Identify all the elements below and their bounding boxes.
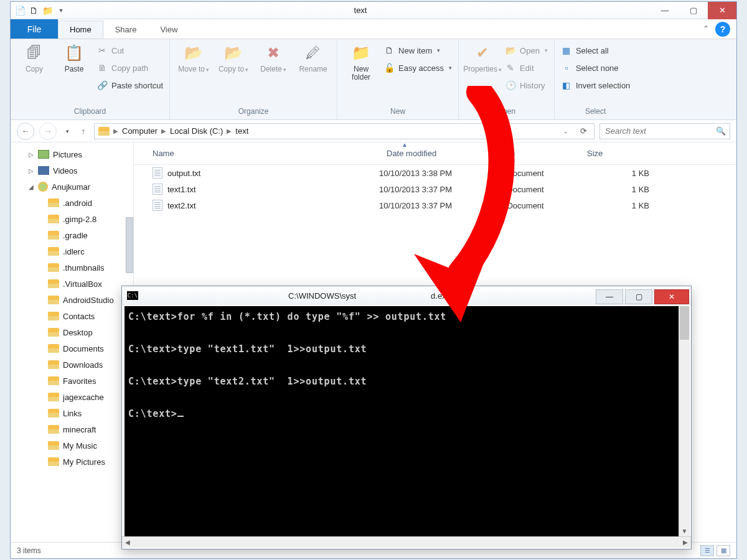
view-icons-button[interactable]: ▦ (716, 545, 730, 556)
scroll-down-icon[interactable]: ▼ (679, 525, 690, 536)
nav-forward-button[interactable]: → (39, 123, 57, 140)
tree-item[interactable]: Desktop (11, 324, 133, 340)
cmd-close-button[interactable]: ✕ (654, 289, 689, 304)
select-none-button[interactable]: ▫Select none (561, 60, 630, 75)
tree-item[interactable]: My Pictures (11, 454, 133, 470)
expand-icon[interactable]: ▷ (28, 151, 34, 158)
qat-folder-icon[interactable]: 📁 (42, 5, 53, 16)
copy-button[interactable]: 🗐 Copy (17, 42, 52, 73)
breadcrumb[interactable]: ▶ Computer ▶ Local Disk (C:) ▶ text ⌄ ⟳ (94, 123, 594, 139)
nav-pane[interactable]: ▷Pictures▷Videos◢Anujkumar.android.gimp-… (11, 142, 134, 542)
expand-icon[interactable]: ▷ (28, 167, 34, 174)
help-button[interactable]: ? (715, 22, 730, 37)
close-button[interactable]: ✕ (708, 2, 736, 19)
history-button[interactable]: 🕑History (505, 78, 548, 93)
cmd-horizontal-scrollbar[interactable]: ◀ ▶ (122, 536, 691, 548)
chevron-right-icon[interactable]: ▶ (160, 128, 167, 134)
properties-button[interactable]: ✔Properties▾ (465, 42, 500, 74)
nav-recent-dropdown[interactable]: ▾ (62, 123, 73, 140)
col-size[interactable]: Size (580, 149, 736, 158)
col-date[interactable]: Date modified (379, 149, 490, 158)
sidebar-scrollbar[interactable] (126, 217, 133, 273)
copy-path-button[interactable]: 🗎Copy path (96, 60, 163, 75)
chevron-right-icon[interactable]: ▶ (112, 128, 120, 134)
maximize-button[interactable]: ▢ (679, 2, 708, 19)
delete-button[interactable]: ✖Delete▾ (256, 42, 291, 74)
tab-share[interactable]: Share (103, 21, 149, 39)
folder-icon (48, 279, 59, 288)
tree-item[interactable]: .gradle (11, 227, 133, 243)
cut-button[interactable]: ✂Cut (96, 43, 163, 58)
move-to-button[interactable]: 📂Move to▾ (176, 42, 211, 74)
invert-selection-button[interactable]: ◧Invert selection (561, 78, 630, 93)
crumb-computer[interactable]: Computer (122, 126, 157, 136)
scroll-left-icon[interactable]: ◀ (122, 537, 133, 548)
tree-item[interactable]: ◢Anujkumar (11, 179, 133, 195)
qat-dropdown-icon[interactable]: ▼ (55, 5, 67, 16)
scroll-thumb[interactable] (680, 306, 689, 340)
invert-selection-icon: ◧ (561, 80, 572, 91)
tree-item[interactable]: AndroidStudio (11, 292, 133, 308)
tree-item[interactable]: .idlerc (11, 243, 133, 259)
col-name[interactable]: Name (134, 149, 379, 158)
tree-item[interactable]: .VirtualBox (11, 276, 133, 292)
cmd-vertical-scrollbar[interactable]: ▲ ▼ (679, 306, 690, 536)
chevron-right-icon[interactable]: ▶ (225, 128, 233, 134)
folder-icon (48, 247, 59, 256)
ribbon: 🗐 Copy 📋 Paste ✂Cut 🗎Copy path 🔗Paste sh… (11, 39, 736, 120)
edit-button[interactable]: ✎Edit (505, 60, 548, 75)
paste-button[interactable]: 📋 Paste (57, 42, 92, 73)
tree-item[interactable]: Contacts (11, 308, 133, 324)
column-headers[interactable]: Name Date modified Type Size (134, 142, 736, 165)
address-dropdown-icon[interactable]: ⌄ (559, 124, 573, 138)
tree-item[interactable]: Downloads (11, 357, 133, 373)
folder-icon (48, 457, 59, 466)
tree-item[interactable]: minecraft (11, 421, 133, 437)
easy-access-button[interactable]: 🔓Easy access▾ (383, 60, 452, 75)
search-input[interactable] (604, 126, 716, 136)
tree-item[interactable]: Documents (11, 340, 133, 357)
col-type[interactable]: Type (490, 149, 580, 158)
file-row[interactable]: text1.txt10/10/2013 3:37 PMText Document… (134, 181, 736, 197)
nav-back-button[interactable]: ← (17, 123, 34, 140)
select-all-button[interactable]: ▦Select all (561, 43, 630, 58)
collapse-ribbon-icon[interactable]: ⌃ (703, 24, 709, 39)
tree-item[interactable]: ▷Videos (11, 162, 133, 179)
nav-up-button[interactable]: ↑ (78, 123, 89, 140)
tree-item[interactable]: ▷Pictures (11, 146, 133, 162)
tree-item[interactable]: .android (11, 195, 133, 211)
copy-to-icon: 📂 (222, 42, 245, 64)
crumb-text[interactable]: text (235, 126, 248, 136)
new-item-button[interactable]: 🗋New item▾ (383, 43, 452, 58)
cmd-output[interactable]: C:\text>for %f in (*.txt) do type "%f" >… (125, 306, 679, 536)
tree-item[interactable]: .thumbnails (11, 259, 133, 276)
rename-button[interactable]: 🖉Rename (296, 42, 331, 73)
search-box[interactable]: 🔍 (599, 123, 730, 139)
refresh-button[interactable]: ⟳ (576, 124, 590, 138)
paste-icon: 📋 (63, 42, 85, 64)
tree-item[interactable]: jagexcache (11, 389, 133, 405)
tab-home[interactable]: Home (58, 21, 103, 39)
qat-properties-icon[interactable]: 📄 (14, 5, 26, 16)
copy-to-button[interactable]: 📂Copy to▾ (216, 42, 251, 74)
tree-item[interactable]: My Music (11, 437, 133, 454)
cmd-titlebar[interactable]: C:\ C:\WINDOWS\systd.exe — ▢ ✕ (122, 286, 691, 305)
tab-view[interactable]: View (148, 21, 189, 39)
minimize-button[interactable]: — (651, 2, 679, 19)
crumb-local-disk[interactable]: Local Disk (C:) (170, 126, 223, 136)
tree-item[interactable]: .gimp-2.8 (11, 211, 133, 227)
tree-item[interactable]: Links (11, 405, 133, 421)
expand-icon[interactable]: ◢ (28, 184, 34, 190)
cmd-minimize-button[interactable]: — (596, 289, 623, 304)
scroll-right-icon[interactable]: ▶ (680, 537, 691, 548)
view-details-button[interactable]: ☰ (700, 545, 714, 556)
open-button[interactable]: 📂Open▾ (505, 43, 548, 58)
file-row[interactable]: text2.txt10/10/2013 3:37 PMText Document… (134, 197, 736, 213)
tab-file[interactable]: File (11, 19, 58, 39)
qat-new-icon[interactable]: 🗋 (28, 5, 39, 16)
paste-shortcut-button[interactable]: 🔗Paste shortcut (96, 78, 163, 93)
new-folder-button[interactable]: 📁New folder (344, 42, 378, 82)
file-row[interactable]: output.txt10/10/2013 3:38 PMText Documen… (134, 165, 736, 181)
cmd-maximize-button[interactable]: ▢ (625, 289, 652, 304)
tree-item[interactable]: Favorites (11, 373, 133, 389)
